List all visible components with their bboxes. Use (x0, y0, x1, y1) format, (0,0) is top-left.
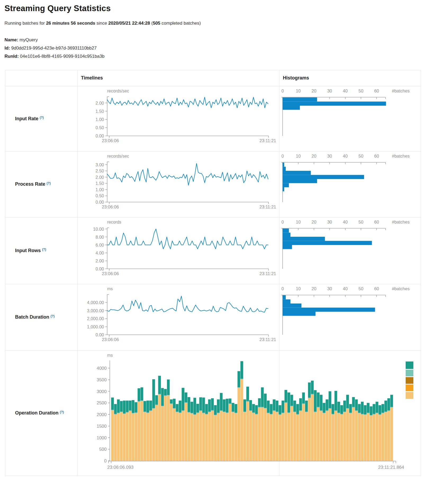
stacked-bar-segment (352, 408, 355, 461)
operation-duration-chart: ms4000350030002500200015001000500023:06:… (78, 350, 421, 477)
stacked-bar-segment (149, 410, 152, 411)
stacked-bar-segment (346, 395, 349, 408)
svg-text:10: 10 (296, 220, 301, 224)
histogram-bar (283, 304, 301, 308)
stacked-bar-segment (320, 395, 322, 410)
stacked-bar-segment (117, 413, 120, 413)
histogram-bar (283, 183, 289, 188)
stacked-bar-segment (361, 402, 364, 414)
stacked-bar-segment (249, 411, 252, 461)
stacked-bar-segment (129, 401, 132, 410)
svg-text:20: 20 (311, 154, 316, 158)
stacked-bar-segment (355, 410, 358, 411)
stacked-bar-segment (387, 410, 390, 411)
stacked-bar-segment (343, 412, 346, 412)
stacked-bar-segment (320, 410, 322, 411)
input-rows-charts: records10.008.006.004.002.000.0023:06:06… (78, 217, 421, 285)
stacked-bar-segment (252, 413, 255, 413)
stacked-bar-segment (220, 411, 223, 461)
input-rate-charts: records/sec2.001.501.000.500.0023:06:062… (78, 86, 421, 152)
stacked-bar-segment (261, 407, 264, 408)
svg-text:0: 0 (104, 458, 107, 463)
stacked-bar-segment (226, 399, 228, 413)
svg-text:40: 40 (343, 220, 348, 224)
histogram-bar (283, 295, 286, 300)
row-label-batch-duration: Batch Duration(?) (5, 284, 78, 350)
stacked-bar-segment (267, 413, 270, 461)
stacked-bar-segment (367, 413, 369, 413)
stacked-bar-segment (390, 407, 393, 408)
stacked-bar-segment (149, 411, 152, 461)
stacked-bar-segment (317, 392, 319, 407)
stacked-bar-segment (170, 403, 173, 404)
svg-text:3500: 3500 (97, 377, 107, 382)
stacked-bar-segment (114, 404, 117, 414)
stacked-bar-segment (170, 404, 173, 461)
stacked-bar-segment (323, 413, 325, 413)
stacked-bar-segment (111, 410, 114, 410)
svg-text:1.50: 1.50 (96, 181, 104, 186)
histogram-bar (283, 312, 315, 316)
stacked-bar-segment (290, 406, 293, 406)
stacked-bar-segment (258, 408, 261, 461)
stacked-bar-segment (229, 404, 231, 461)
stacked-bar-segment (329, 391, 331, 408)
stacked-bar-segment (237, 387, 240, 388)
stacked-bar-segment (158, 394, 161, 395)
input-rows-help-icon[interactable]: (?) (42, 248, 46, 251)
histogram-bar (283, 106, 300, 110)
stacked-bar-segment (326, 399, 328, 410)
stacked-bar-segment (123, 401, 125, 414)
stacked-bar-segment (290, 395, 293, 406)
stacked-bar-segment (390, 395, 393, 407)
svg-text:50: 50 (359, 220, 363, 224)
svg-text:records/sec: records/sec (107, 154, 129, 158)
svg-text:2.00: 2.00 (96, 101, 104, 105)
stacked-bar-segment (317, 408, 319, 461)
svg-text:0.50: 0.50 (96, 125, 104, 130)
stacked-bar-segment (302, 403, 305, 404)
stacked-bar-segment (179, 401, 181, 413)
stacked-bar-segment (264, 394, 266, 408)
stacked-bar-segment (284, 390, 287, 402)
input-rate-help-icon[interactable]: (?) (40, 116, 44, 119)
stacked-bar-segment (361, 414, 364, 414)
stacked-bar-segment (378, 405, 381, 414)
histogram-bar (283, 97, 317, 102)
stacked-bar-segment (132, 413, 134, 413)
stacked-bar-segment (296, 415, 299, 461)
stacked-bar-segment (141, 387, 143, 400)
timelines-column-header: Timelines (81, 75, 103, 81)
svg-text:10: 10 (296, 286, 301, 291)
svg-text:10: 10 (296, 154, 301, 158)
stacked-bar-segment (302, 392, 305, 404)
stacked-bar-segment (323, 403, 325, 413)
stacked-bar-segment (164, 396, 167, 461)
operation-duration-help-icon[interactable]: (?) (60, 410, 64, 414)
stacked-bar-segment (282, 401, 284, 413)
stacked-bar-segment (305, 412, 308, 461)
svg-text:50: 50 (359, 88, 363, 93)
stacked-bar-segment (264, 408, 266, 461)
stacked-bar-segment (193, 415, 196, 461)
stacked-bar-segment (358, 413, 361, 461)
stacked-bar-segment (161, 388, 164, 406)
svg-text:4000: 4000 (97, 366, 107, 371)
operation-duration-stacked-chart: ms4000350030002500200015001000500023:06:… (78, 350, 421, 476)
stacked-bar-segment (364, 415, 366, 461)
stacked-bar-segment (214, 415, 217, 415)
stacked-bar-segment (284, 402, 287, 403)
stacked-bar-segment (241, 361, 243, 379)
stacked-bar-segment (276, 412, 278, 461)
stacked-bar-segment (378, 414, 381, 415)
histogram-bar (283, 167, 286, 171)
svg-text:2,000.00: 2,000.00 (87, 316, 104, 321)
stacked-bar-segment (120, 412, 123, 412)
svg-text:3.00: 3.00 (96, 162, 104, 167)
stacked-bar-segment (337, 413, 340, 413)
stacked-bar-segment (361, 414, 364, 461)
svg-text:60: 60 (374, 88, 379, 93)
batch-duration-help-icon[interactable]: (?) (51, 314, 55, 318)
process-rate-help-icon[interactable]: (?) (47, 181, 51, 185)
stacked-bar-segment (373, 414, 375, 461)
